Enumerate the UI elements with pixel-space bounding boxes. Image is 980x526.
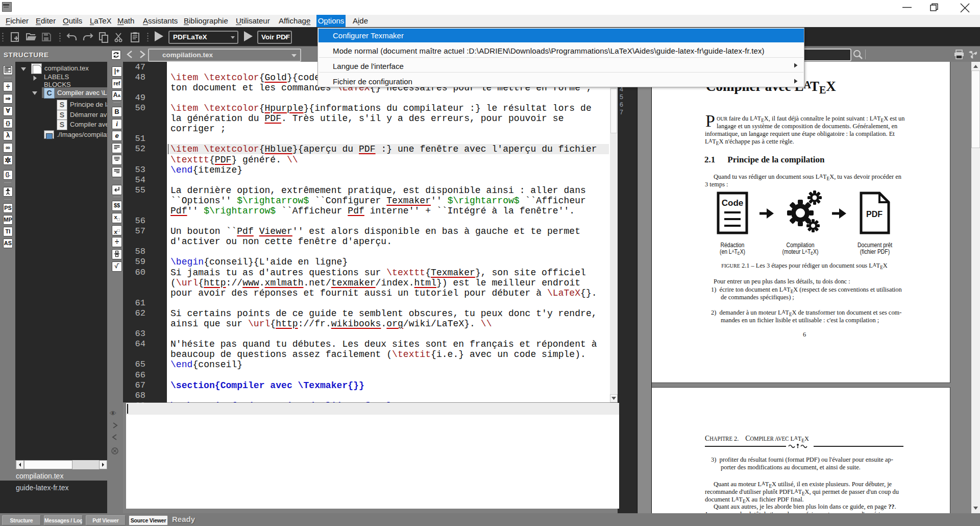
svg-text:PDF: PDF (866, 210, 883, 219)
svg-text:Code: Code (722, 198, 744, 208)
